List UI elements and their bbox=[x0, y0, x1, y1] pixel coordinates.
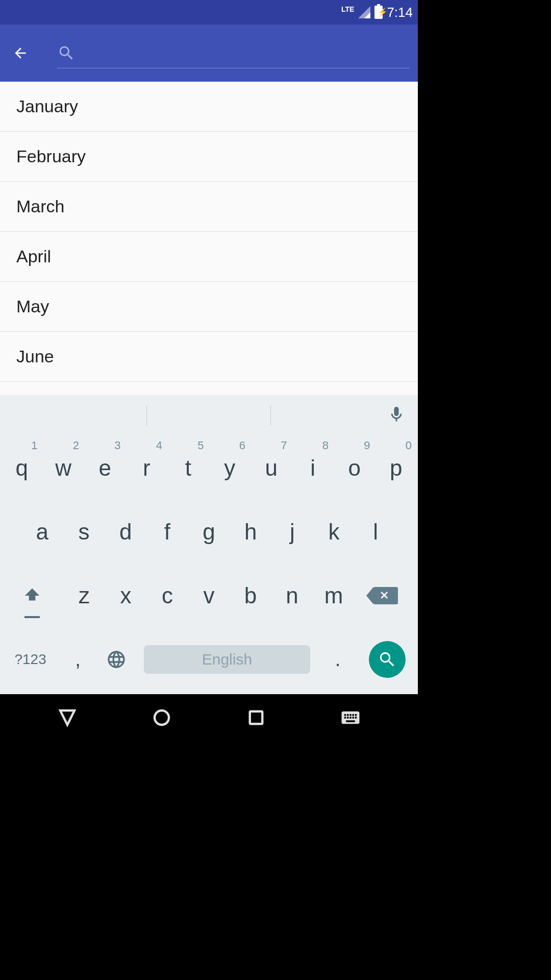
app-bar bbox=[0, 24, 418, 82]
search-icon bbox=[57, 44, 76, 62]
screen: LTE ⚡ 7:14 January February March April … bbox=[0, 0, 418, 743]
key-w[interactable]: 2w bbox=[43, 436, 85, 500]
suggestion-bar bbox=[0, 395, 418, 436]
keyboard-row: z x c v b n m ✕ bbox=[1, 564, 417, 627]
list-item[interactable]: June bbox=[0, 332, 418, 382]
list-item[interactable]: May bbox=[0, 282, 418, 332]
svg-point-0 bbox=[155, 710, 169, 725]
key-z[interactable]: z bbox=[63, 564, 105, 627]
key-h[interactable]: h bbox=[230, 500, 271, 564]
signal-icon bbox=[358, 6, 370, 18]
key-v[interactable]: v bbox=[188, 564, 230, 627]
key-t[interactable]: 5t bbox=[167, 436, 209, 500]
search-action-icon bbox=[369, 641, 406, 678]
key-a[interactable]: a bbox=[21, 500, 63, 564]
list-item[interactable]: March bbox=[0, 182, 418, 232]
battery-icon: ⚡ bbox=[374, 6, 383, 19]
key-k[interactable]: k bbox=[313, 500, 355, 564]
backspace-key[interactable]: ✕ bbox=[355, 564, 417, 627]
period-key[interactable]: . bbox=[317, 627, 358, 691]
key-c[interactable]: c bbox=[146, 564, 188, 627]
key-b[interactable]: b bbox=[230, 564, 271, 627]
key-x[interactable]: x bbox=[105, 564, 147, 627]
key-r[interactable]: 4r bbox=[126, 436, 168, 500]
list-item-label: March bbox=[16, 197, 64, 216]
list-item-label: April bbox=[16, 247, 51, 266]
list-item-label: June bbox=[16, 347, 54, 366]
keyboard-icon bbox=[340, 707, 361, 728]
key-y[interactable]: 6y bbox=[209, 436, 251, 500]
comma-key[interactable]: , bbox=[60, 627, 96, 691]
symbols-key[interactable]: ?123 bbox=[1, 627, 60, 691]
list-item[interactable]: April bbox=[0, 232, 418, 282]
list-item-label: May bbox=[16, 297, 49, 316]
list-item-label: January bbox=[16, 96, 78, 116]
nav-back-button[interactable] bbox=[57, 707, 78, 730]
month-list: January February March April May June bbox=[0, 82, 418, 395]
divider bbox=[270, 405, 271, 426]
navigation-bar bbox=[0, 694, 418, 743]
key-s[interactable]: s bbox=[63, 500, 105, 564]
shift-underline bbox=[24, 616, 40, 618]
key-l[interactable]: l bbox=[355, 500, 396, 564]
nav-back-icon bbox=[57, 707, 78, 728]
key-p[interactable]: 0p bbox=[375, 436, 417, 500]
search-input[interactable] bbox=[76, 44, 410, 62]
list-item[interactable]: February bbox=[0, 132, 418, 182]
key-f[interactable]: f bbox=[146, 500, 188, 564]
keyboard-row: a s d f g h j k l bbox=[1, 500, 417, 564]
space-label: English bbox=[144, 645, 310, 674]
clock: 7:14 bbox=[387, 5, 413, 20]
key-e[interactable]: 3e bbox=[84, 436, 126, 500]
nav-home-button[interactable] bbox=[151, 707, 172, 730]
back-arrow-icon bbox=[12, 45, 29, 61]
network-label: LTE bbox=[341, 5, 354, 13]
key-j[interactable]: j bbox=[271, 500, 313, 564]
keyboard-row: ?123 , English . bbox=[1, 627, 417, 691]
nav-ime-button[interactable] bbox=[340, 707, 361, 730]
divider bbox=[146, 405, 147, 426]
keyboard-row: 1q 2w 3e 4r 5t 6y 7u 8i 9o 0p bbox=[1, 436, 417, 500]
globe-icon bbox=[106, 649, 127, 670]
soft-keyboard: 1q 2w 3e 4r 5t 6y 7u 8i 9o 0p a s d f g … bbox=[0, 395, 418, 694]
key-d[interactable]: d bbox=[105, 500, 146, 564]
nav-recent-button[interactable] bbox=[245, 707, 267, 730]
shift-key[interactable] bbox=[1, 564, 63, 627]
keyboard-rows: 1q 2w 3e 4r 5t 6y 7u 8i 9o 0p a s d f g … bbox=[0, 436, 418, 694]
back-button[interactable] bbox=[8, 41, 33, 65]
key-u[interactable]: 7u bbox=[251, 436, 292, 500]
key-q[interactable]: 1q bbox=[1, 436, 43, 500]
mic-button[interactable] bbox=[387, 405, 406, 426]
backspace-icon: ✕ bbox=[373, 587, 398, 604]
nav-recent-icon bbox=[245, 707, 267, 728]
language-key[interactable] bbox=[96, 627, 137, 691]
status-bar: LTE ⚡ 7:14 bbox=[0, 0, 418, 24]
key-g[interactable]: g bbox=[188, 500, 230, 564]
list-item[interactable]: January bbox=[0, 82, 418, 132]
key-m[interactable]: m bbox=[313, 564, 355, 627]
space-key[interactable]: English bbox=[137, 627, 317, 691]
list-item-label: February bbox=[16, 146, 86, 166]
search-action-key[interactable] bbox=[358, 627, 417, 691]
key-n[interactable]: n bbox=[271, 564, 313, 627]
key-i[interactable]: 8i bbox=[292, 436, 334, 500]
key-o[interactable]: 9o bbox=[334, 436, 375, 500]
svg-rect-1 bbox=[250, 712, 263, 724]
search-field[interactable] bbox=[57, 38, 410, 68]
nav-home-icon bbox=[151, 707, 172, 728]
shift-icon bbox=[22, 586, 42, 605]
